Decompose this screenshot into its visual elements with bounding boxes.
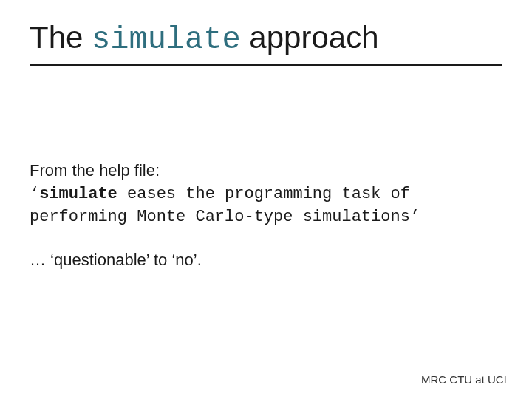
intro-line: From the help file: bbox=[30, 161, 160, 180]
quote-bold: simulate bbox=[39, 185, 117, 203]
conclusion-line: … ‘questionable’ to ‘no’. bbox=[30, 249, 488, 271]
title-code: simulate bbox=[92, 22, 241, 58]
title-rule bbox=[30, 64, 502, 66]
title-block: The simulate approach bbox=[30, 21, 502, 66]
intro-paragraph: From the help file: ‘simulate eases the … bbox=[30, 160, 488, 228]
title-prefix: The bbox=[30, 20, 92, 55]
slide: The simulate approach From the help file… bbox=[0, 0, 532, 399]
footer-attribution: MRC CTU at UCL bbox=[421, 373, 510, 386]
body-text: From the help file: ‘simulate eases the … bbox=[30, 160, 488, 292]
title-suffix: approach bbox=[241, 20, 379, 55]
slide-title: The simulate approach bbox=[30, 21, 502, 57]
quote-open: ‘ bbox=[30, 185, 39, 203]
